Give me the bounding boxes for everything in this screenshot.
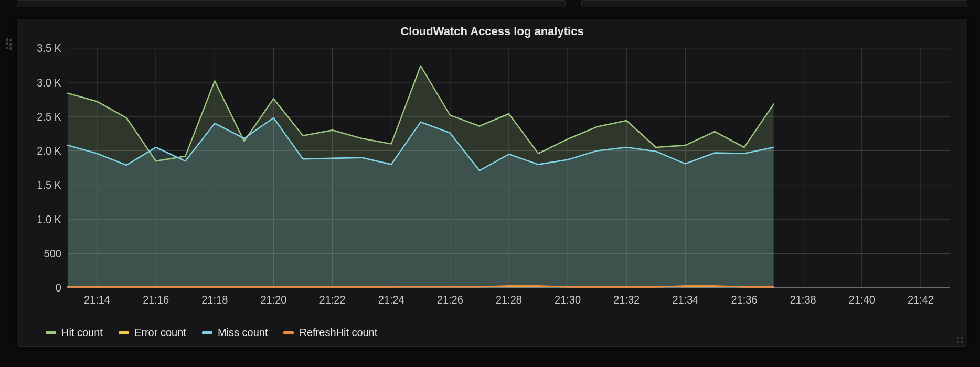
legend-item-refreshhit[interactable]: RefreshHit count	[283, 327, 377, 339]
chart-plot[interactable]: 05001.0 K1.5 K2.0 K2.5 K3.0 K3.5 K 21:14…	[29, 44, 955, 310]
svg-text:21:40: 21:40	[849, 293, 875, 306]
svg-text:2.5 K: 2.5 K	[37, 110, 61, 123]
svg-text:21:34: 21:34	[672, 293, 698, 306]
legend-label: Hit count	[61, 327, 103, 339]
legend-item-miss[interactable]: Miss count	[202, 327, 268, 339]
legend-item-hit[interactable]: Hit count	[46, 327, 103, 339]
chart-panel: CloudWatch Access log analytics 05001.0 …	[17, 19, 967, 347]
panel-title: CloudWatch Access log analytics	[17, 19, 967, 41]
svg-text:21:36: 21:36	[731, 293, 758, 306]
svg-text:21:16: 21:16	[143, 293, 169, 306]
svg-text:21:42: 21:42	[908, 293, 934, 306]
svg-text:1.0 K: 1.0 K	[37, 213, 61, 225]
svg-text:21:18: 21:18	[201, 293, 228, 306]
resize-handle-icon[interactable]	[957, 337, 963, 343]
svg-text:1.5 K: 1.5 K	[37, 179, 61, 191]
panel-placeholder-top-left	[17, 0, 566, 7]
svg-text:21:24: 21:24	[378, 293, 404, 306]
legend-label: Miss count	[218, 327, 268, 339]
svg-text:3.0 K: 3.0 K	[37, 76, 61, 89]
svg-text:2.0 K: 2.0 K	[37, 144, 61, 157]
svg-text:21:14: 21:14	[84, 293, 110, 306]
legend-swatch	[46, 331, 56, 334]
legend-item-error[interactable]: Error count	[119, 327, 186, 339]
svg-text:21:30: 21:30	[555, 293, 581, 306]
chart-legend: Hit count Error count Miss count Refresh…	[46, 327, 377, 339]
legend-label: RefreshHit count	[299, 327, 377, 339]
svg-text:21:26: 21:26	[437, 293, 463, 306]
panel-placeholder-top-right	[581, 0, 967, 7]
svg-text:21:22: 21:22	[319, 293, 346, 306]
svg-text:0: 0	[56, 282, 61, 294]
svg-text:500: 500	[44, 247, 61, 260]
svg-text:3.5 K: 3.5 K	[37, 44, 61, 54]
legend-swatch	[283, 331, 294, 334]
drag-handle-icon[interactable]	[6, 38, 13, 50]
legend-label: Error count	[134, 327, 186, 339]
legend-swatch	[119, 331, 129, 334]
legend-swatch	[202, 331, 212, 334]
svg-text:21:38: 21:38	[790, 293, 816, 306]
svg-text:21:28: 21:28	[496, 293, 522, 306]
svg-text:21:32: 21:32	[613, 293, 640, 306]
svg-text:21:20: 21:20	[260, 293, 286, 306]
